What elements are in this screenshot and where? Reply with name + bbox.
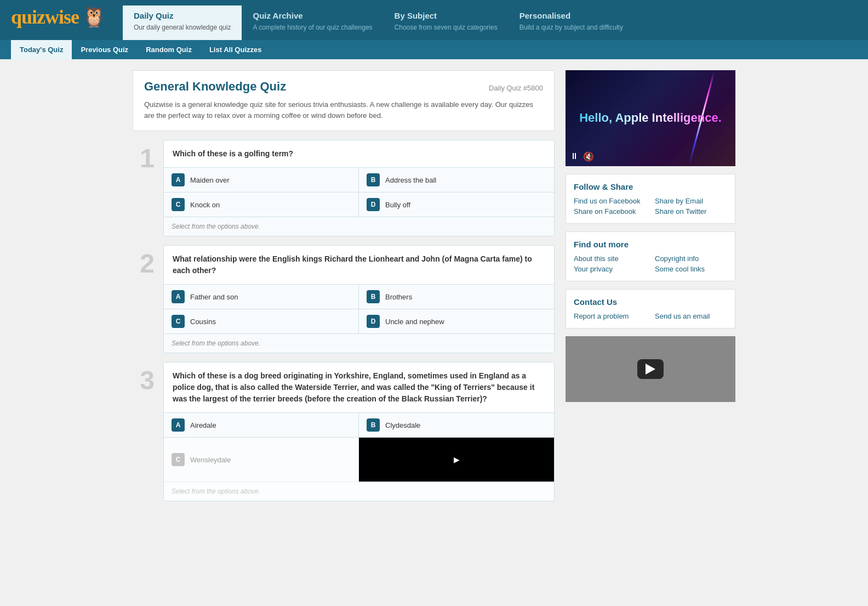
option-3-c[interactable]: C Wensleydale (164, 438, 359, 482)
tab-desc-daily: Our daily general knowledge quiz (134, 24, 231, 31)
secondary-nav-list-all-quizzes[interactable]: List All Quizzes (201, 40, 271, 59)
ad-text: Hello, Apple Intelligence. (579, 111, 722, 125)
option-label: A (172, 418, 185, 432)
option-text: Airedale (190, 421, 216, 429)
video-overlay-d[interactable]: ▶ (359, 438, 554, 482)
question-text-1: Which of these is a golfing term? (164, 140, 554, 168)
nav-tab-archive[interactable]: Quiz Archive A complete history of our q… (242, 5, 383, 40)
link-share-by-email[interactable]: Share by Email (655, 197, 727, 205)
logo-text: quizwise (11, 5, 79, 29)
question-block-3: 3Which of these is a dog breed originati… (133, 362, 555, 501)
option-text: Address the ball (385, 176, 436, 184)
content-area: General Knowledge Quiz Daily Quiz #5800 … (133, 70, 555, 511)
option-label: A (172, 173, 185, 186)
tab-title-daily: Daily Quiz (134, 11, 231, 20)
option-label: B (367, 173, 380, 186)
find-out-more-links: About this siteCopyright infoYour privac… (574, 254, 727, 273)
option-1-b[interactable]: B Address the ball (359, 168, 554, 192)
owl-icon: 🦉 (82, 5, 106, 29)
follow-share-title: Follow & Share (574, 182, 727, 191)
link-your-privacy[interactable]: Your privacy (574, 265, 646, 273)
option-text: Cousins (190, 318, 216, 326)
option-text: Bully off (385, 201, 410, 209)
option-3-a[interactable]: A Airedale (164, 413, 359, 438)
option-text: Brothers (385, 293, 412, 301)
select-prompt-2: Select from the options above. (164, 334, 554, 353)
option-2-c[interactable]: C Cousins (164, 309, 359, 334)
question-block-2: 2What relationship were the English king… (133, 245, 555, 353)
option-3-d: ▶ (359, 438, 554, 482)
select-prompt-3: Select from the options above. (164, 482, 554, 501)
nav-tab-personalised[interactable]: Personalised Build a quiz by subject and… (509, 5, 634, 40)
bottom-video-thumb[interactable] (566, 336, 735, 402)
option-3-b[interactable]: B Clydesdale (359, 413, 554, 438)
ad-block: This ad will end in 12 Hello, Apple Inte… (566, 70, 735, 166)
main-nav: Daily Quiz Our daily general knowledge q… (123, 5, 634, 40)
secondary-nav-random-quiz[interactable]: Random Quiz (137, 40, 201, 59)
secondary-nav-today's-quiz[interactable]: Today's Quiz (11, 40, 72, 59)
question-block-1: 1Which of these is a golfing term?A Maid… (133, 140, 555, 236)
follow-share-card: Follow & Share Find us on FacebookShare … (566, 174, 735, 224)
select-prompt-1: Select from the options above. (164, 217, 554, 236)
link-copyright-info[interactable]: Copyright info (655, 254, 727, 263)
option-label: B (367, 418, 380, 432)
option-2-a[interactable]: A Father and son (164, 285, 359, 309)
question-text-2: What relationship were the English kings… (164, 246, 554, 285)
option-2-d[interactable]: D Uncle and nephew (359, 309, 554, 334)
options-grid-3: A AiredaleB ClydesdaleC Wensleydale ▶ (164, 413, 554, 482)
ad-pause-button[interactable]: ⏸ (570, 151, 579, 161)
question-number-3: 3 (133, 362, 155, 394)
questions-container: 1Which of these is a golfing term?A Maid… (133, 140, 555, 501)
option-label: D (367, 198, 380, 211)
link-find-us-on-facebook[interactable]: Find us on Facebook (574, 197, 646, 205)
tab-desc-personalised: Build a quiz by subject and difficulty (519, 24, 623, 31)
sidebar: This ad will end in 12 Hello, Apple Inte… (566, 70, 735, 511)
question-card-1: Which of these is a golfing term?A Maide… (163, 140, 555, 236)
option-label: C (172, 453, 185, 466)
question-card-3: Which of these is a dog breed originatin… (163, 362, 555, 501)
link-send-us-an-email[interactable]: Send us an email (655, 312, 727, 320)
tab-desc-archive: A complete history of our quiz challenge… (253, 24, 372, 31)
option-text: Wensleydale (190, 456, 231, 464)
tab-desc-subject: Choose from seven quiz categories (395, 24, 498, 31)
tab-title-subject: By Subject (395, 11, 498, 20)
option-1-a[interactable]: A Maiden over (164, 168, 359, 192)
find-out-more-title: Find out more (574, 240, 727, 249)
page-description: Quizwise is a general knowledge quiz sit… (144, 99, 543, 122)
question-text-3: Which of these is a dog breed originatin… (164, 363, 554, 413)
follow-links: Find us on FacebookShare by EmailShare o… (574, 197, 727, 216)
link-share-on-twitter[interactable]: Share on Twitter (655, 207, 727, 216)
option-2-b[interactable]: B Brothers (359, 285, 554, 309)
link-report-a-problem[interactable]: Report a problem (574, 312, 646, 320)
option-text: Knock on (190, 201, 220, 209)
header: quizwise 🦉 Daily Quiz Our daily general … (0, 0, 868, 40)
nav-tab-daily[interactable]: Daily Quiz Our daily general knowledge q… (123, 5, 242, 40)
page-title: General Knowledge Quiz (144, 80, 286, 94)
contact-title: Contact Us (574, 297, 727, 307)
ad-controls[interactable]: ⏸ 🔇 (570, 151, 594, 162)
link-about-this-site[interactable]: About this site (574, 254, 646, 263)
question-number-2: 2 (133, 245, 155, 277)
bottom-play-button[interactable] (637, 359, 664, 379)
find-out-more-card: Find out more About this siteCopyright i… (566, 231, 735, 281)
tab-title-archive: Quiz Archive (253, 11, 372, 20)
option-label: D (367, 315, 380, 328)
option-1-c[interactable]: C Knock on (164, 192, 359, 217)
link-some-cool-links[interactable]: Some cool links (655, 265, 727, 273)
nav-tab-subject[interactable]: By Subject Choose from seven quiz catego… (384, 5, 509, 40)
page-header: General Knowledge Quiz Daily Quiz #5800 … (133, 70, 555, 132)
quiz-number: Daily Quiz #5800 (489, 84, 543, 92)
option-label: C (172, 198, 185, 211)
option-text: Uncle and nephew (385, 318, 444, 326)
video-play-d[interactable]: ▶ (447, 452, 466, 467)
contact-card: Contact Us Report a problemSend us an em… (566, 289, 735, 329)
option-label: B (367, 290, 380, 303)
ad-mute-button[interactable]: 🔇 (583, 151, 594, 162)
secondary-nav: Today's QuizPrevious QuizRandom QuizList… (0, 40, 868, 59)
option-text: Clydesdale (385, 421, 420, 429)
secondary-nav-previous-quiz[interactable]: Previous Quiz (72, 40, 137, 59)
main-wrapper: General Knowledge Quiz Daily Quiz #5800 … (122, 59, 746, 522)
option-1-d[interactable]: D Bully off (359, 192, 554, 217)
question-card-2: What relationship were the English kings… (163, 245, 555, 353)
link-share-on-facebook[interactable]: Share on Facebook (574, 207, 646, 216)
